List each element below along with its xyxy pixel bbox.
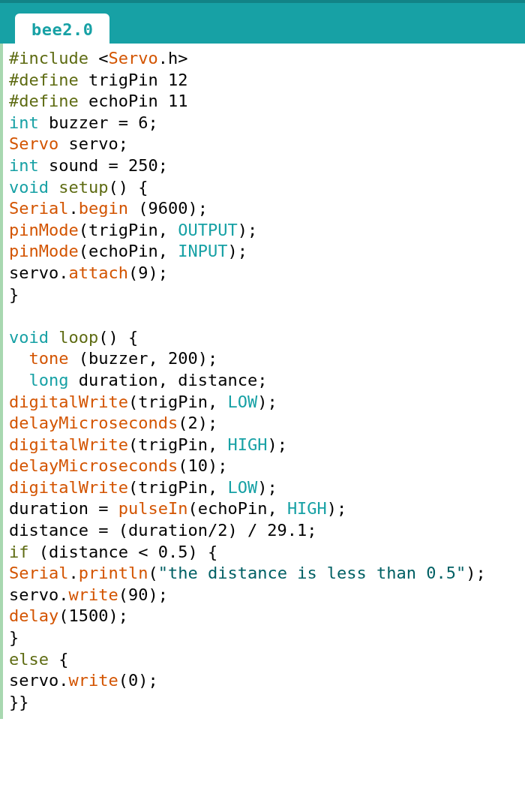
file-tab[interactable]: bee2.0 (15, 14, 110, 46)
code-line: digitalWrite(trigPin, LOW); (9, 477, 519, 499)
code-line: Servo servo; (9, 134, 519, 155)
code-line: } (9, 284, 519, 306)
code-line: if (distance < 0.5) { (9, 542, 519, 564)
code-line: int sound = 250; (9, 155, 519, 177)
code-line: digitalWrite(trigPin, LOW); (9, 392, 519, 414)
code-line: else { (9, 649, 519, 671)
code-line: #include <Servo.h> (9, 48, 519, 70)
code-line: pinMode(trigPin, OUTPUT); (9, 220, 519, 242)
code-line: distance = (duration/2) / 29.1; (9, 520, 519, 542)
code-line: digitalWrite(trigPin, HIGH); (9, 435, 519, 456)
code-line: void setup() { (9, 177, 519, 199)
tab-label: bee2.0 (32, 20, 93, 39)
code-line: int buzzer = 6; (9, 113, 519, 134)
code-line: servo.write(0); (9, 670, 519, 692)
code-line: delay(1500); (9, 606, 519, 627)
code-line: }} (9, 692, 519, 714)
code-editor[interactable]: #include <Servo.h> #define trigPin 12 #d… (0, 44, 525, 719)
code-line: servo.write(90); (9, 585, 519, 606)
code-line: long duration, distance; (9, 370, 519, 392)
code-line: Serial.begin (9600); (9, 198, 519, 220)
title-bar: bee2.0 (0, 0, 525, 44)
code-line: void loop() { (9, 327, 519, 349)
code-line: delayMicroseconds(10); (9, 456, 519, 477)
code-line: #define echoPin 11 (9, 91, 519, 113)
code-line: tone (buzzer, 200); (9, 348, 519, 370)
code-line: Serial.println("the distance is less tha… (9, 563, 519, 585)
code-line: } (9, 627, 519, 649)
code-line: #define trigPin 12 (9, 70, 519, 92)
code-line: delayMicroseconds(2); (9, 413, 519, 435)
code-line (9, 305, 519, 327)
code-line: pinMode(echoPin, INPUT); (9, 241, 519, 263)
code-line: duration = pulseIn(echoPin, HIGH); (9, 498, 519, 520)
code-line: servo.attach(9); (9, 263, 519, 284)
